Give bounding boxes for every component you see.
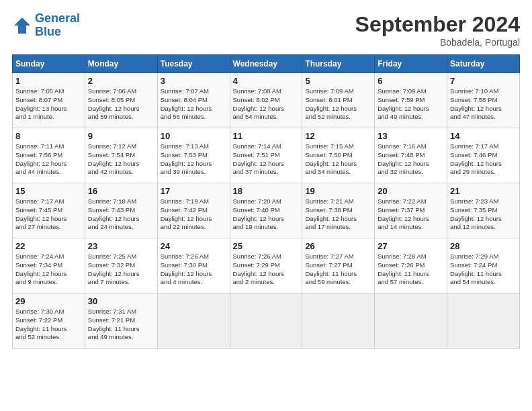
calendar-cell: 13Sunrise: 7:16 AMSunset: 7:48 PMDayligh… — [375, 128, 447, 183]
calendar-cell: 25Sunrise: 7:26 AMSunset: 7:29 PMDayligh… — [230, 238, 302, 293]
day-number: 3 — [161, 76, 227, 86]
weekday-header-row: SundayMondayTuesdayWednesdayThursdayFrid… — [13, 55, 520, 73]
day-number: 16 — [88, 186, 154, 196]
day-number: 28 — [450, 241, 517, 251]
day-number: 5 — [305, 76, 371, 86]
day-info: Sunrise: 7:09 AMSunset: 7:59 PMDaylight:… — [378, 87, 444, 122]
day-info: Sunrise: 7:10 AMSunset: 7:58 PMDaylight:… — [450, 87, 517, 122]
day-number: 1 — [15, 76, 82, 86]
calendar-cell: 20Sunrise: 7:22 AMSunset: 7:37 PMDayligh… — [375, 183, 447, 238]
day-number: 18 — [233, 186, 300, 196]
day-number: 7 — [450, 76, 517, 86]
week-row-3: 15Sunrise: 7:17 AMSunset: 7:45 PMDayligh… — [13, 183, 520, 238]
day-info: Sunrise: 7:22 AMSunset: 7:37 PMDaylight:… — [378, 197, 444, 232]
month-title: September 2024 — [355, 12, 520, 37]
calendar-cell: 28Sunrise: 7:29 AMSunset: 7:24 PMDayligh… — [447, 238, 520, 293]
weekday-sunday: Sunday — [13, 55, 85, 73]
day-info: Sunrise: 7:05 AMSunset: 8:07 PMDaylight:… — [15, 87, 82, 122]
day-info: Sunrise: 7:23 AMSunset: 7:35 PMDaylight:… — [450, 197, 517, 232]
calendar-cell: 26Sunrise: 7:27 AMSunset: 7:27 PMDayligh… — [302, 238, 375, 293]
day-number: 29 — [15, 296, 82, 306]
day-info: Sunrise: 7:16 AMSunset: 7:48 PMDaylight:… — [378, 142, 444, 177]
day-info: Sunrise: 7:25 AMSunset: 7:32 PMDaylight:… — [88, 253, 154, 287]
day-info: Sunrise: 7:07 AMSunset: 8:04 PMDaylight:… — [161, 87, 227, 122]
day-number: 2 — [88, 76, 154, 86]
day-number: 8 — [15, 131, 82, 141]
weekday-thursday: Thursday — [302, 55, 375, 73]
calendar-cell: 2Sunrise: 7:06 AMSunset: 8:05 PMDaylight… — [85, 73, 157, 128]
page: General Blue September 2024 Bobadela, Po… — [0, 0, 532, 355]
logo: General Blue — [12, 12, 80, 39]
day-number: 21 — [450, 186, 517, 196]
calendar-cell: 14Sunrise: 7:17 AMSunset: 7:46 PMDayligh… — [447, 128, 520, 183]
calendar-cell: 7Sunrise: 7:10 AMSunset: 7:58 PMDaylight… — [447, 73, 520, 128]
day-info: Sunrise: 7:13 AMSunset: 7:53 PMDaylight:… — [161, 142, 227, 177]
calendar-cell — [302, 293, 375, 349]
calendar-cell: 19Sunrise: 7:21 AMSunset: 7:38 PMDayligh… — [302, 183, 375, 238]
calendar-cell: 23Sunrise: 7:25 AMSunset: 7:32 PMDayligh… — [85, 238, 157, 293]
day-info: Sunrise: 7:17 AMSunset: 7:45 PMDaylight:… — [15, 197, 82, 232]
week-row-2: 8Sunrise: 7:11 AMSunset: 7:56 PMDaylight… — [13, 128, 520, 183]
calendar-cell: 12Sunrise: 7:15 AMSunset: 7:50 PMDayligh… — [302, 128, 375, 183]
day-info: Sunrise: 7:08 AMSunset: 8:02 PMDaylight:… — [233, 87, 300, 122]
calendar-cell: 15Sunrise: 7:17 AMSunset: 7:45 PMDayligh… — [13, 183, 85, 238]
day-info: Sunrise: 7:30 AMSunset: 7:22 PMDaylight:… — [15, 308, 82, 342]
calendar-cell — [447, 293, 520, 349]
day-number: 22 — [15, 241, 82, 251]
day-info: Sunrise: 7:17 AMSunset: 7:46 PMDaylight:… — [450, 142, 517, 177]
calendar-cell — [157, 293, 230, 349]
calendar-cell: 3Sunrise: 7:07 AMSunset: 8:04 PMDaylight… — [157, 73, 230, 128]
calendar-table: SundayMondayTuesdayWednesdayThursdayFrid… — [12, 54, 520, 349]
day-info: Sunrise: 7:18 AMSunset: 7:43 PMDaylight:… — [88, 197, 154, 232]
logo-text: General Blue — [35, 12, 80, 39]
day-number: 19 — [305, 186, 371, 196]
weekday-wednesday: Wednesday — [230, 55, 302, 73]
day-number: 10 — [161, 131, 227, 141]
weekday-monday: Monday — [85, 55, 157, 73]
header: General Blue September 2024 Bobadela, Po… — [12, 12, 520, 48]
calendar-cell: 1Sunrise: 7:05 AMSunset: 8:07 PMDaylight… — [13, 73, 85, 128]
day-number: 20 — [378, 186, 444, 196]
day-info: Sunrise: 7:12 AMSunset: 7:54 PMDaylight:… — [88, 142, 154, 177]
calendar-cell: 30Sunrise: 7:31 AMSunset: 7:21 PMDayligh… — [85, 293, 157, 349]
day-info: Sunrise: 7:26 AMSunset: 7:30 PMDaylight:… — [161, 253, 227, 287]
calendar-cell — [230, 293, 302, 349]
weekday-tuesday: Tuesday — [157, 55, 230, 73]
calendar-cell: 21Sunrise: 7:23 AMSunset: 7:35 PMDayligh… — [447, 183, 520, 238]
day-number: 26 — [305, 241, 371, 251]
day-info: Sunrise: 7:14 AMSunset: 7:51 PMDaylight:… — [233, 142, 300, 177]
calendar-cell: 29Sunrise: 7:30 AMSunset: 7:22 PMDayligh… — [13, 293, 85, 349]
day-info: Sunrise: 7:21 AMSunset: 7:38 PMDaylight:… — [305, 197, 371, 232]
day-number: 30 — [88, 296, 154, 306]
calendar-cell: 22Sunrise: 7:24 AMSunset: 7:34 PMDayligh… — [13, 238, 85, 293]
calendar-cell: 9Sunrise: 7:12 AMSunset: 7:54 PMDaylight… — [85, 128, 157, 183]
logo-icon — [12, 15, 32, 36]
day-number: 15 — [15, 186, 82, 196]
day-number: 25 — [233, 241, 300, 251]
calendar-cell: 27Sunrise: 7:28 AMSunset: 7:26 PMDayligh… — [375, 238, 447, 293]
day-info: Sunrise: 7:31 AMSunset: 7:21 PMDaylight:… — [88, 308, 154, 342]
calendar-cell: 4Sunrise: 7:08 AMSunset: 8:02 PMDaylight… — [230, 73, 302, 128]
day-info: Sunrise: 7:26 AMSunset: 7:29 PMDaylight:… — [233, 253, 300, 287]
day-number: 11 — [233, 131, 300, 141]
calendar-cell: 24Sunrise: 7:26 AMSunset: 7:30 PMDayligh… — [157, 238, 230, 293]
day-info: Sunrise: 7:27 AMSunset: 7:27 PMDaylight:… — [305, 253, 371, 287]
svg-marker-0 — [14, 17, 30, 34]
week-row-5: 29Sunrise: 7:30 AMSunset: 7:22 PMDayligh… — [13, 293, 520, 349]
week-row-1: 1Sunrise: 7:05 AMSunset: 8:07 PMDaylight… — [13, 73, 520, 128]
day-info: Sunrise: 7:28 AMSunset: 7:26 PMDaylight:… — [378, 253, 444, 287]
day-number: 4 — [233, 76, 300, 86]
day-info: Sunrise: 7:29 AMSunset: 7:24 PMDaylight:… — [450, 253, 517, 287]
calendar-cell: 18Sunrise: 7:20 AMSunset: 7:40 PMDayligh… — [230, 183, 302, 238]
calendar-cell: 10Sunrise: 7:13 AMSunset: 7:53 PMDayligh… — [157, 128, 230, 183]
day-info: Sunrise: 7:11 AMSunset: 7:56 PMDaylight:… — [15, 142, 82, 177]
title-block: September 2024 Bobadela, Portugal — [355, 12, 520, 48]
calendar-cell — [375, 293, 447, 349]
day-info: Sunrise: 7:20 AMSunset: 7:40 PMDaylight:… — [233, 197, 300, 232]
calendar-cell: 6Sunrise: 7:09 AMSunset: 7:59 PMDaylight… — [375, 73, 447, 128]
day-number: 13 — [378, 131, 444, 141]
day-info: Sunrise: 7:15 AMSunset: 7:50 PMDaylight:… — [305, 142, 371, 177]
week-row-4: 22Sunrise: 7:24 AMSunset: 7:34 PMDayligh… — [13, 238, 520, 293]
calendar-cell: 11Sunrise: 7:14 AMSunset: 7:51 PMDayligh… — [230, 128, 302, 183]
day-number: 9 — [88, 131, 154, 141]
